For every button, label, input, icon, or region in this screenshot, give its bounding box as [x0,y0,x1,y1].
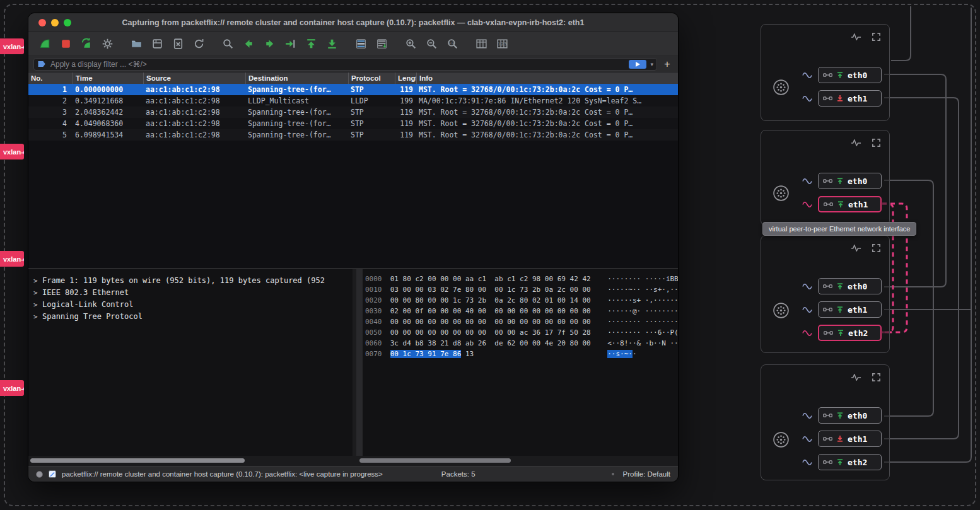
open-capture-file-button[interactable] [126,35,147,53]
hex-row[interactable]: 0040 00 00 00 00 00 00 00 00 00 00 00 00… [365,316,678,327]
expand-arrow-icon[interactable]: > [33,275,42,287]
zoom-out-button[interactable] [421,35,442,53]
reload-capture-file-button[interactable] [189,35,209,53]
expand-icon[interactable] [871,373,882,382]
column-header-destination[interactable]: Destination [245,72,348,84]
go-back-button[interactable] [238,35,259,53]
packet-bytes-pane[interactable]: 0000 01 80 c2 00 00 00 aa c1 ab c1 c2 98… [356,269,678,456]
node-name-badge[interactable]: vxlan-e [0,251,24,267]
start-capture-button[interactable] [35,35,55,53]
go-to-bottom-button[interactable] [322,35,342,53]
container-node-icon[interactable] [773,79,790,96]
link-wave-icon[interactable] [802,282,812,291]
packet-detail-line[interactable]: >IEEE 802.3 Ethernet [33,287,353,299]
link-wave-icon[interactable] [802,458,812,467]
packet-row[interactable]: 20.349121668aa:c1:ab:c1:c2:98LLDP_Multic… [28,95,678,107]
details-hscroll-thumb[interactable] [30,458,245,463]
column-header-source[interactable]: Source [143,72,245,84]
packet-detail-line[interactable]: >Logical-Link Control [33,299,353,311]
link-wave-icon[interactable] [802,329,812,337]
packet-row[interactable]: 32.048362442aa:c1:ab:c1:c2:98Spanning-tr… [28,107,678,118]
find-packet-button[interactable] [218,35,238,53]
go-to-top-button[interactable] [301,35,322,53]
interface-eth2[interactable]: eth2 [818,454,882,470]
column-header-info[interactable]: Info [416,72,678,84]
zoom-in-button[interactable] [400,35,421,53]
node-name-badge[interactable]: vxlan-e [0,38,24,54]
close-capture-file-button[interactable] [168,35,189,53]
interface-eth0[interactable]: eth0 [818,67,882,83]
filter-dropdown-chevron[interactable]: ▾ [650,61,653,67]
packet-row[interactable]: 56.098941534aa:c1:ab:c1:c2:98Spanning-tr… [28,129,678,141]
activity-icon[interactable] [851,138,861,148]
hex-row[interactable]: 0070 00 1c 73 91 7e 86 13 ··s·~·· [365,349,678,359]
hex-row[interactable]: 0020 00 00 80 00 00 1c 73 2b 0a 2c 80 02… [365,295,678,306]
packet-row[interactable]: 10.000000000aa:c1:ab:c1:c2:98Spanning-tr… [28,84,678,95]
capture-comment-icon[interactable] [48,470,57,478]
link-wave-icon[interactable] [802,412,812,420]
link-wave-icon[interactable] [802,71,812,79]
interface-eth1[interactable]: eth1 [818,90,882,107]
link-wave-icon[interactable] [802,435,812,443]
interface-eth1[interactable]: eth1 [818,301,882,318]
stop-capture-button[interactable] [55,35,76,53]
node-name-badge[interactable]: vxlan-e [0,144,24,159]
activity-icon[interactable] [851,373,861,382]
packet-detail-line[interactable]: >Spanning Tree Protocol [33,311,353,323]
expand-icon[interactable] [871,243,882,253]
colorize-packets-button[interactable] [351,35,371,53]
window-titlebar[interactable]: Capturing from packetflix:// remote clus… [28,13,678,32]
go-to-packet-button[interactable] [280,35,301,53]
column-header-no[interactable]: No. [28,72,73,84]
interface-eth1[interactable]: eth1 [818,196,882,212]
auto-scroll-button[interactable] [371,35,392,53]
expand-arrow-icon[interactable]: > [33,287,42,299]
node-name-badge[interactable]: vxlan-e [0,380,24,396]
hex-row[interactable]: 0050 00 00 00 00 00 00 00 00 00 00 ac 36… [365,327,678,338]
container-node-icon[interactable] [773,185,790,202]
apply-filter-button[interactable] [629,60,646,69]
column-header-protocol[interactable]: Protocol [348,72,395,84]
interface-eth0[interactable]: eth0 [818,173,882,189]
link-wave-icon[interactable] [802,177,812,185]
capture-options-button[interactable] [97,35,118,53]
expand-arrow-icon[interactable]: > [33,299,42,311]
bytes-hscroll-thumb[interactable] [359,458,511,463]
activity-icon[interactable] [851,32,861,42]
zoom-button[interactable] [64,19,71,26]
activity-icon[interactable] [851,243,861,253]
column-display-button[interactable]: 123 [492,35,513,53]
display-filter-input[interactable] [50,60,625,69]
hex-row[interactable]: 0060 3c d4 b8 38 21 d8 ab 26 de 62 00 00… [365,338,678,349]
resize-columns-button[interactable] [471,35,492,53]
hex-row[interactable]: 0030 02 00 0f 00 00 00 40 00 00 00 00 00… [365,306,678,316]
save-capture-file-button[interactable] [147,35,168,53]
expand-arrow-icon[interactable]: > [33,311,42,323]
packet-row[interactable]: 44.049068360aa:c1:ab:c1:c2:98Spanning-tr… [28,118,678,129]
display-filter-field[interactable]: ▾ [33,58,657,71]
add-filter-button[interactable]: + [662,59,673,69]
interface-eth2[interactable]: eth2 [818,325,882,341]
restart-capture-button[interactable] [76,35,97,53]
bytes-vertical-scrollbar[interactable] [356,269,363,456]
link-wave-icon[interactable] [802,95,812,103]
hex-row[interactable]: 0010 03 00 00 03 02 7e 80 00 00 1c 73 2b… [365,284,678,295]
zoom-original-button[interactable]: 1:1 [442,35,463,53]
expand-icon[interactable] [871,138,882,148]
expand-icon[interactable] [871,32,882,42]
filter-bookmark-icon[interactable] [37,59,47,69]
profile-selector[interactable]: Profile: Default [623,470,670,478]
expert-info-icon[interactable] [36,471,43,478]
go-forward-button[interactable] [259,35,280,53]
close-button[interactable] [38,19,46,26]
container-node-icon[interactable] [773,302,790,319]
column-header-length[interactable]: Length [395,72,416,84]
interface-eth0[interactable]: eth0 [818,407,882,424]
packet-list[interactable]: 10.000000000aa:c1:ab:c1:c2:98Spanning-tr… [28,84,678,268]
packet-details-pane[interactable]: >Frame 1: 119 bytes on wire (952 bits), … [28,269,353,456]
container-node-icon[interactable] [773,431,790,448]
link-wave-icon[interactable] [802,306,812,314]
column-header-time[interactable]: Time [73,72,143,84]
hex-row[interactable]: 0000 01 80 c2 00 00 00 aa c1 ab c1 c2 98… [365,274,678,284]
minimize-button[interactable] [51,19,59,26]
